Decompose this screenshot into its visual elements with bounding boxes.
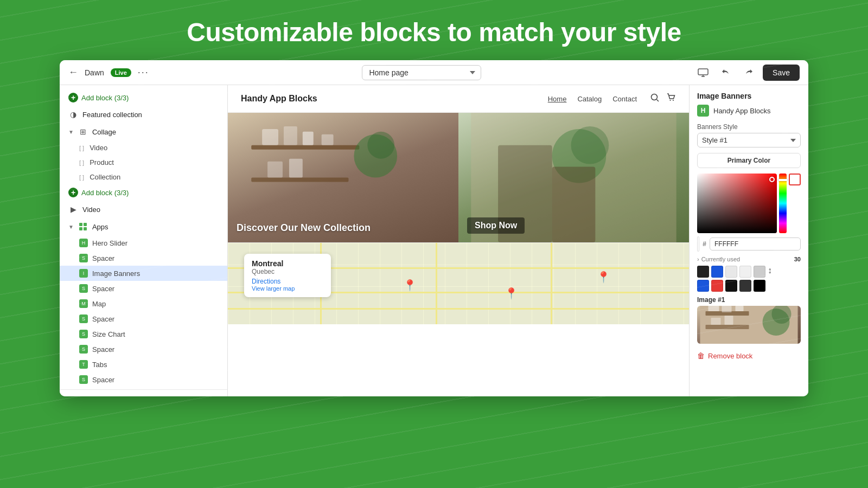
nav-catalog[interactable]: Catalog	[577, 95, 602, 103]
page-selector[interactable]: Home page	[362, 65, 481, 80]
theme-settings-link[interactable]: Theme settings	[60, 392, 227, 396]
sidebar-item-featured-collection[interactable]: ◑ Featured collection	[60, 106, 227, 123]
banner-left: Discover Our New Collection	[228, 113, 458, 242]
panel-app-name: Handy App Blocks	[713, 107, 771, 115]
sidebar-child-spacer-5[interactable]: S Spacer	[60, 372, 227, 387]
live-badge: Live	[111, 68, 131, 77]
svg-rect-17	[267, 162, 283, 178]
apps-icon	[78, 222, 88, 232]
svg-rect-11	[251, 145, 359, 150]
swatch-count: 30	[794, 256, 801, 262]
map-directions-link[interactable]: Directions	[252, 278, 323, 285]
main-area: + Add block (3/3) ◑ Featured collection …	[60, 85, 808, 396]
sidebar-child-video[interactable]: [ ] Video	[60, 140, 227, 155]
hex-prefix: #	[703, 240, 706, 248]
sidebar-child-size-chart[interactable]: S Size Chart	[60, 326, 227, 342]
sidebar-child-spacer-3[interactable]: S Spacer	[60, 311, 227, 326]
search-icon[interactable]	[650, 93, 660, 105]
save-button[interactable]: Save	[763, 65, 800, 81]
nav-home[interactable]: Home	[548, 95, 567, 103]
store-header: Handy App Blocks Home Catalog Contact	[228, 85, 689, 113]
cart-icon[interactable]	[666, 93, 676, 105]
redo-button[interactable]	[740, 64, 757, 81]
plus-icon-2: +	[68, 188, 78, 197]
map-view-larger-link[interactable]: View larger map	[252, 285, 323, 292]
swatch-1[interactable]	[697, 266, 709, 278]
desktop-view-button[interactable]	[694, 64, 712, 81]
left-sidebar: + Add block (3/3) ◑ Featured collection …	[60, 85, 228, 396]
add-block-mid-button[interactable]: + Add block (3/3)	[60, 184, 227, 201]
swatch-10[interactable]	[754, 280, 765, 292]
map-pin: 📍	[403, 279, 417, 292]
bracket-icon-2: [ ]	[79, 159, 84, 166]
banner-right: Shop Now	[458, 113, 689, 242]
store-nav: Home Catalog Contact	[548, 95, 637, 103]
child-product-label: Product	[90, 158, 114, 166]
svg-rect-15	[322, 134, 334, 145]
add-block-top-button[interactable]: + Add block (3/3)	[60, 89, 227, 106]
size-chart-icon: S	[79, 330, 88, 338]
video-icon: ▶	[68, 204, 78, 214]
sidebar-child-tabs[interactable]: T Tabs	[60, 357, 227, 372]
banner-right-text[interactable]: Shop Now	[467, 217, 525, 234]
panel-app-icon: H	[697, 105, 709, 117]
color-preview-swatch[interactable]	[789, 174, 801, 185]
top-bar-center: Home page	[156, 65, 688, 80]
sidebar-child-spacer-2[interactable]: S Spacer	[60, 281, 227, 296]
remove-block-button[interactable]: 🗑 Remove block	[697, 348, 801, 363]
banners-style-label: Banners Style	[697, 123, 801, 131]
sidebar-item-apps[interactable]: ▼ Apps	[60, 218, 227, 235]
swatch-9[interactable]	[739, 280, 751, 292]
undo-button[interactable]	[717, 64, 735, 81]
sidebar-child-spacer-1[interactable]: S Spacer	[60, 251, 227, 266]
image-preview-label: Image #1	[697, 296, 801, 304]
color-picker-row: #	[697, 236, 801, 252]
top-bar: ← Dawn Live ··· Home page	[60, 60, 808, 85]
svg-point-9	[670, 100, 671, 101]
right-panel: Image Banners H Handy App Blocks Banners…	[689, 85, 808, 396]
hero-slider-label: Hero Slider	[92, 239, 127, 247]
collage-label: Collage	[92, 128, 116, 136]
sidebar-item-collage[interactable]: ▼ ⊞ Collage	[60, 123, 227, 140]
sidebar-child-collection[interactable]: [ ] Collection	[60, 170, 227, 184]
svg-point-20	[367, 132, 394, 159]
apps-label: Apps	[92, 223, 108, 231]
add-block-mid-label: Add block (3/3)	[81, 189, 129, 197]
swatch-4[interactable]	[739, 266, 751, 278]
nav-contact[interactable]: Contact	[612, 95, 637, 103]
sidebar-child-product[interactable]: [ ] Product	[60, 155, 227, 170]
back-button[interactable]: ←	[68, 67, 78, 78]
spacer-5-label: Spacer	[92, 376, 114, 384]
swatch-8[interactable]	[725, 280, 737, 292]
swatch-2[interactable]	[711, 266, 723, 278]
banner-left-text: Discover Our New Collection	[237, 222, 371, 234]
sidebar-child-image-banners[interactable]: I Image Banners	[60, 266, 227, 281]
swatch-3[interactable]	[725, 266, 737, 278]
featured-collection-label: Featured collection	[82, 111, 142, 119]
swatch-5[interactable]	[754, 266, 765, 278]
trash-icon: 🗑	[697, 351, 705, 360]
hue-bar[interactable]	[779, 174, 787, 233]
map-region: Quebec	[252, 268, 323, 275]
sidebar-item-video[interactable]: ▶ Video	[60, 201, 227, 218]
color-cursor[interactable]	[769, 177, 775, 182]
swatches-arrow[interactable]: ↕	[768, 266, 772, 278]
swatch-7[interactable]	[711, 280, 723, 292]
map-label: Map	[92, 300, 106, 308]
opacity-controls	[789, 174, 801, 233]
spacer-5-icon: S	[79, 375, 88, 384]
image-banners-icon: I	[79, 269, 88, 278]
color-gradient[interactable]	[697, 174, 777, 233]
sidebar-child-hero-slider[interactable]: H Hero Slider	[60, 235, 227, 251]
image-banners-label: Image Banners	[92, 269, 140, 278]
banners-style-select[interactable]: Style #1	[697, 133, 801, 147]
sidebar-child-map[interactable]: M Map	[60, 296, 227, 311]
swatch-6[interactable]	[697, 280, 709, 292]
store-logo: Handy App Blocks	[241, 94, 548, 104]
svg-point-7	[652, 94, 658, 100]
sidebar-child-spacer-4[interactable]: S Spacer	[60, 342, 227, 357]
store-icons	[650, 93, 676, 105]
color-hex-input[interactable]	[710, 237, 801, 251]
svg-rect-29	[722, 306, 732, 312]
more-options-button[interactable]: ···	[138, 67, 149, 78]
